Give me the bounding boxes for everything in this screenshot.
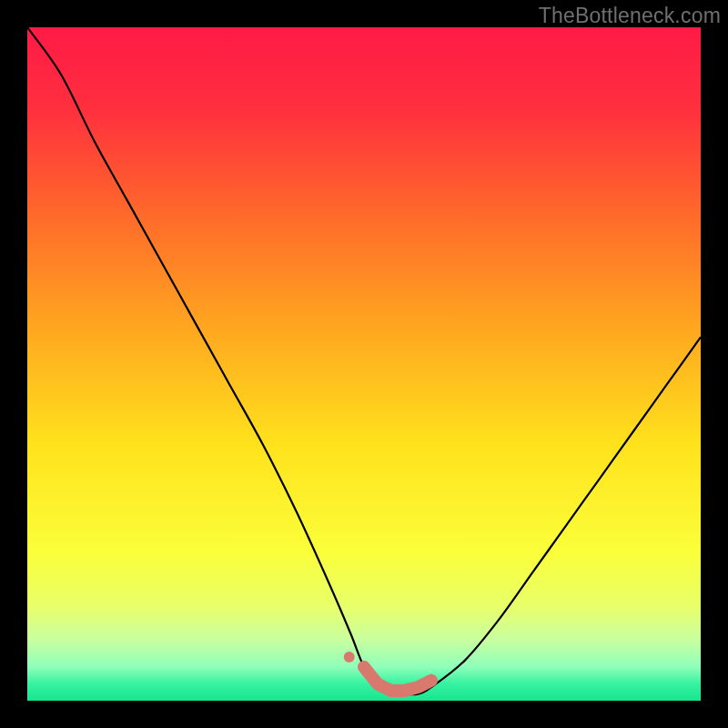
curve-layer xyxy=(27,27,701,701)
bottleneck-curve xyxy=(27,27,701,694)
plot-area xyxy=(27,27,701,701)
chart-stage: TheBottleneck.com xyxy=(0,0,728,728)
optimal-range-lead-dot xyxy=(344,652,355,662)
watermark-text: TheBottleneck.com xyxy=(539,4,721,28)
optimal-range-band xyxy=(364,667,431,691)
optimal-range-markers xyxy=(344,652,431,691)
